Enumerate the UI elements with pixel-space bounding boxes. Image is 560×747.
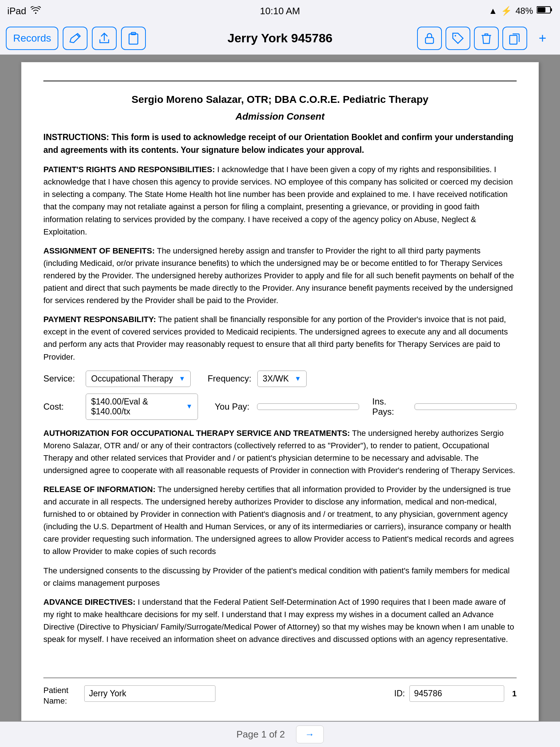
page-indicator: Page 1 of 2 → <box>0 721 560 747</box>
para-label-advance: ADVANCE DIRECTIVES: <box>43 597 136 607</box>
patient-footer: PatientName: Jerry York ID: 945786 1 <box>43 685 517 706</box>
nav-right-buttons: + <box>417 27 554 50</box>
you-pay-input[interactable] <box>257 403 359 410</box>
edit-button[interactable] <box>63 27 88 50</box>
battery-label: 48% <box>516 6 533 16</box>
location-icon: ▲ <box>489 6 497 16</box>
page-title: Jerry York 945786 <box>228 31 332 45</box>
paragraph-consents: The undersigned consents to the discussi… <box>43 565 517 589</box>
svg-rect-3 <box>129 34 138 44</box>
doc-bottom-line <box>43 678 517 678</box>
svg-rect-7 <box>510 35 517 44</box>
frequency-value: 3X/WK <box>263 374 289 384</box>
para-text-1: I acknowledge that I have been given a c… <box>43 165 513 236</box>
records-button[interactable]: Records <box>6 27 58 50</box>
clipboard-button[interactable] <box>121 27 146 50</box>
battery-icon <box>537 6 553 16</box>
doc-instructions: INSTRUCTIONS: This form is used to ackno… <box>43 131 517 156</box>
form-fields: Service: Occupational Therapy Frequency:… <box>43 371 517 420</box>
svg-rect-2 <box>537 7 545 12</box>
footer-page-num: 1 <box>512 689 517 698</box>
cost-label: Cost: <box>43 402 80 412</box>
tag-button[interactable] <box>446 27 470 50</box>
svg-rect-1 <box>551 8 552 11</box>
service-label: Service: <box>43 374 80 384</box>
status-right: ▲ ⚡ 48% <box>489 6 553 16</box>
spacer <box>43 652 517 667</box>
doc-title: Sergio Moreno Salazar, OTR; DBA C.O.R.E.… <box>43 92 517 107</box>
form-row-service: Service: Occupational Therapy Frequency:… <box>43 371 517 387</box>
paragraph-authorization: AUTHORIZATION FOR OCCUPATIONAL THERAPY S… <box>43 427 517 477</box>
ins-pays-label: Ins. Pays: <box>372 396 409 417</box>
para-label-release: RELEASE OF INFORMATION: <box>43 485 156 494</box>
para-label-1: PATIENT'S RIGHTS AND RESPONSIBILITIES: <box>43 165 215 174</box>
para-label-auth: AUTHORIZATION FOR OCCUPATIONAL THERAPY S… <box>43 429 350 438</box>
service-value: Occupational Therapy <box>91 374 173 384</box>
page-indicator-text: Page 1 of 2 <box>237 729 285 740</box>
cost-value: $140.00/Eval & $140.00/tx <box>91 397 180 417</box>
status-time: 10:10 AM <box>260 5 300 17</box>
share-button[interactable] <box>92 27 117 50</box>
paragraph-assignment: ASSIGNMENT OF BENEFITS: The undersigned … <box>43 245 517 307</box>
bluetooth-icon: ⚡ <box>501 6 512 16</box>
you-pay-label: You Pay: <box>215 402 251 412</box>
cost-select[interactable]: $140.00/Eval & $140.00/tx <box>86 394 198 420</box>
ins-pays-input[interactable] <box>415 403 517 410</box>
add-button[interactable]: + <box>531 27 554 50</box>
form-row-cost: Cost: $140.00/Eval & $140.00/tx You Pay:… <box>43 394 517 420</box>
copy-button[interactable] <box>502 27 527 50</box>
paragraph-payment: PAYMENT RESPONSABILITY: The patient shal… <box>43 313 517 363</box>
patient-id-input[interactable]: 945786 <box>409 685 504 702</box>
device-label: iPad <box>7 5 26 17</box>
service-select[interactable]: Occupational Therapy <box>86 371 191 387</box>
document: Sergio Moreno Salazar, OTR; DBA C.O.R.E.… <box>21 62 539 721</box>
wifi-icon <box>31 5 41 17</box>
lock-button[interactable] <box>417 27 442 50</box>
status-left: iPad <box>7 5 41 17</box>
nav-bar: Records Jerry York 945786 + <box>0 22 560 55</box>
status-bar: iPad 10:10 AM ▲ ⚡ 48% <box>0 0 560 22</box>
paragraph-patient-rights: PATIENT'S RIGHTS AND RESPONSIBILITIES: I… <box>43 163 517 238</box>
doc-top-line <box>43 81 517 81</box>
next-page-arrow[interactable]: → <box>296 725 324 743</box>
frequency-select[interactable]: 3X/WK <box>257 371 307 387</box>
doc-subtitle: Admission Consent <box>43 111 517 122</box>
id-label: ID: <box>394 689 405 698</box>
paragraph-release: RELEASE OF INFORMATION: The undersigned … <box>43 483 517 558</box>
paragraph-advance: ADVANCE DIRECTIVES: I understand that th… <box>43 596 517 646</box>
svg-point-6 <box>455 35 456 36</box>
para-text-consents: The undersigned consents to the discussi… <box>43 566 510 588</box>
patient-name-label: PatientName: <box>43 685 80 706</box>
main-area: Sergio Moreno Salazar, OTR; DBA C.O.R.E.… <box>0 55 560 747</box>
para-text-release: The undersigned hereby certifies that al… <box>43 485 514 556</box>
svg-rect-5 <box>425 38 433 43</box>
para-label-2: ASSIGNMENT OF BENEFITS: <box>43 246 155 255</box>
para-label-3: PAYMENT RESPONSABILITY: <box>43 315 156 324</box>
patient-name-input[interactable]: Jerry York <box>84 685 215 702</box>
trash-button[interactable] <box>474 27 499 50</box>
patient-name-block: PatientName: Jerry York <box>43 685 387 706</box>
frequency-label: Frequency: <box>207 374 251 384</box>
patient-id-block: ID: 945786 1 <box>394 685 517 702</box>
